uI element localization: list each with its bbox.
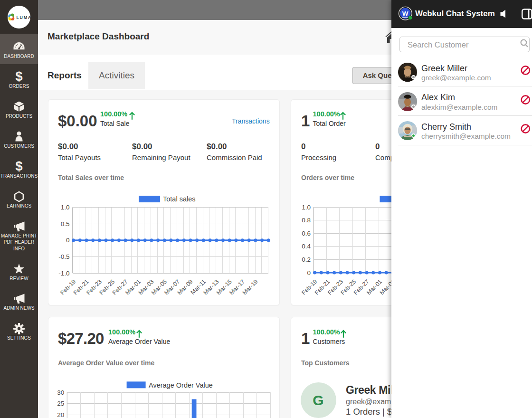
svg-text:0.5: 0.5 [61,220,70,228]
svg-text:1.0: 1.0 [61,204,70,211]
svg-text:0.6: 0.6 [302,230,311,237]
svg-text:0.8: 0.8 [302,217,311,224]
svg-text:-0.5: -0.5 [58,253,69,260]
svg-text:25: 25 [57,400,64,407]
svg-text:1.0: 1.0 [302,204,311,211]
svg-text:0.2: 0.2 [302,256,311,263]
svg-text:0: 0 [307,269,311,276]
svg-text:30: 30 [57,389,64,396]
svg-text:20: 20 [57,411,64,418]
svg-text:Average Order Value: Average Order Value [149,381,213,389]
svg-text:0.4: 0.4 [302,243,311,250]
svg-text:Webkul: Webkul [402,17,408,19]
svg-text:0: 0 [66,237,70,244]
svg-text:W: W [402,10,408,17]
svg-text:LUMA: LUMA [17,15,31,20]
svg-text:Total sales: Total sales [163,195,196,203]
svg-text:-1.0: -1.0 [58,270,69,277]
